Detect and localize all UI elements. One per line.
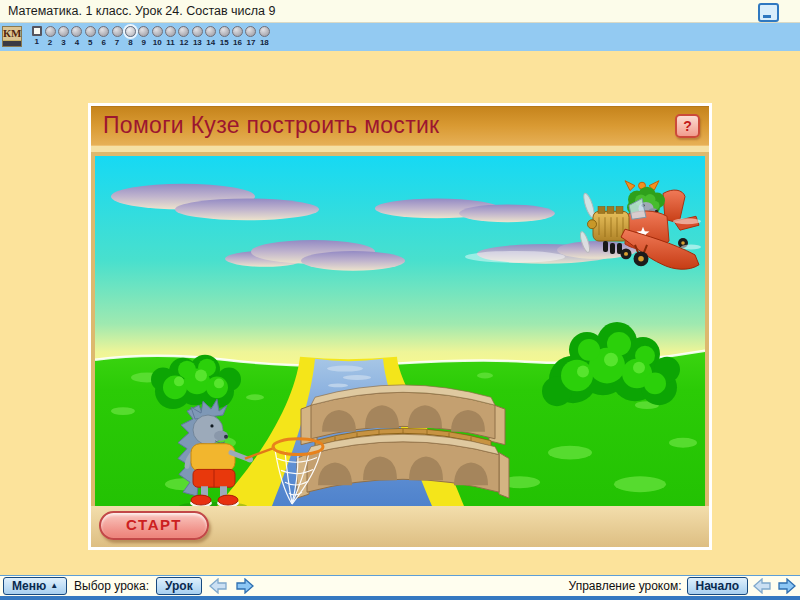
step-number: 11: [164, 39, 177, 47]
lesson-step-7[interactable]: 7: [110, 26, 123, 47]
lesson-step-6[interactable]: 6: [97, 26, 110, 47]
step-marker: [245, 26, 256, 37]
step-marker: [219, 26, 230, 37]
step-number: 15: [217, 39, 230, 47]
step-marker: [232, 26, 243, 37]
step-number: 12: [177, 39, 190, 47]
lesson-step-list: 123456789101112131415161718: [30, 26, 271, 47]
step-number: 16: [231, 39, 244, 47]
lesson-button[interactable]: Урок: [156, 577, 202, 595]
statusbar-right: Управление уроком: Начало: [569, 577, 796, 595]
step-marker: [98, 26, 109, 37]
step-marker: [178, 26, 189, 37]
menu-button[interactable]: Меню ▲: [3, 577, 67, 595]
next-step-arrow-icon[interactable]: [777, 578, 796, 594]
statusbar-left: Меню ▲ Выбор урока: Урок: [3, 577, 254, 595]
lesson-step-17[interactable]: 17: [244, 26, 257, 47]
lesson-step-11[interactable]: 11: [164, 26, 177, 47]
start-button[interactable]: СТАРТ: [99, 511, 209, 540]
step-number: 3: [57, 39, 70, 47]
step-number: 18: [258, 39, 271, 47]
game-scene: [91, 152, 709, 506]
step-marker: [32, 26, 42, 36]
lesson-step-18[interactable]: 18: [258, 26, 271, 47]
step-number: 14: [204, 39, 217, 47]
lesson-step-9[interactable]: 9: [137, 26, 150, 47]
lesson-toolbar: КМ 123456789101112131415161718: [0, 23, 800, 51]
step-number: 9: [137, 39, 150, 47]
lesson-step-2[interactable]: 2: [43, 26, 56, 47]
step-number: 5: [84, 39, 97, 47]
lesson-step-8[interactable]: 8: [124, 26, 137, 47]
lesson-step-13[interactable]: 13: [191, 26, 204, 47]
step-marker: [152, 26, 163, 37]
window-title: Математика. 1 класс. Урок 24. Состав чис…: [8, 4, 275, 18]
lesson-control-button[interactable]: Начало: [687, 577, 748, 595]
statusbar: Меню ▲ Выбор урока: Урок Управление урок…: [0, 575, 800, 600]
activity-title: Помоги Кузе построить мостик: [103, 112, 440, 139]
prev-step-arrow-icon[interactable]: [753, 578, 772, 594]
step-marker: [71, 26, 82, 37]
scene-canvas: [95, 156, 705, 506]
step-number: 7: [110, 39, 123, 47]
step-marker: [45, 26, 56, 37]
step-number: 13: [191, 39, 204, 47]
window-titlebar: Математика. 1 класс. Урок 24. Состав чис…: [0, 0, 800, 23]
step-marker: [205, 26, 216, 37]
lesson-step-10[interactable]: 10: [151, 26, 164, 47]
step-number: 10: [151, 39, 164, 47]
step-number: 6: [97, 39, 110, 47]
step-number: 2: [43, 39, 56, 47]
prev-lesson-arrow-icon[interactable]: [209, 578, 228, 594]
lesson-step-1[interactable]: 1: [30, 26, 43, 47]
panel-footer: СТАРТ: [91, 506, 709, 547]
step-marker: [138, 26, 149, 37]
help-button[interactable]: ?: [675, 114, 700, 138]
step-number: 8: [124, 39, 137, 47]
km-logo-text: КМ: [3, 27, 21, 39]
km-publisher-logo: КМ: [2, 26, 22, 47]
lesson-step-5[interactable]: 5: [84, 26, 97, 47]
lesson-step-16[interactable]: 16: [231, 26, 244, 47]
caret-up-icon: ▲: [50, 582, 58, 590]
lesson-step-12[interactable]: 12: [177, 26, 190, 47]
activity-panel: Помоги Кузе построить мостик ?: [88, 103, 712, 550]
step-marker: [165, 26, 176, 37]
step-number: 1: [30, 38, 43, 46]
lesson-step-3[interactable]: 3: [57, 26, 70, 47]
step-marker: [85, 26, 96, 37]
step-marker: [112, 26, 123, 37]
step-number: 4: [70, 39, 83, 47]
lesson-step-4[interactable]: 4: [70, 26, 83, 47]
lesson-select-label: Выбор урока:: [74, 579, 149, 593]
step-marker: [192, 26, 203, 37]
minimize-icon[interactable]: [758, 3, 779, 22]
lesson-step-15[interactable]: 15: [217, 26, 230, 47]
step-number: 17: [244, 39, 257, 47]
activity-header: Помоги Кузе построить мостик ?: [91, 106, 709, 146]
lesson-step-14[interactable]: 14: [204, 26, 217, 47]
step-marker: [125, 26, 136, 37]
menu-button-label: Меню: [12, 578, 46, 594]
lesson-control-label: Управление уроком:: [569, 579, 682, 593]
next-lesson-arrow-icon[interactable]: [235, 578, 254, 594]
step-marker: [259, 26, 270, 37]
step-marker: [58, 26, 69, 37]
